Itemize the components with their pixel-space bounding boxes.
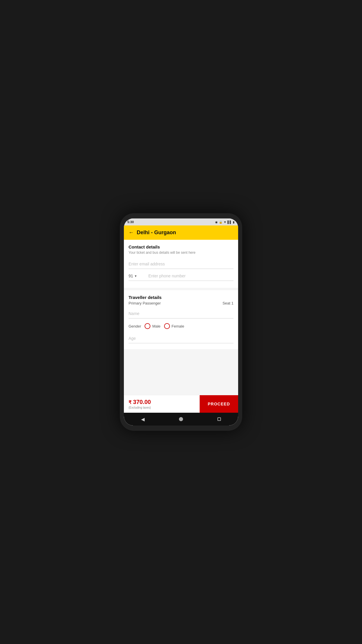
content-spacer <box>124 349 238 395</box>
name-input[interactable] <box>129 309 233 318</box>
nav-recents-button[interactable] <box>215 414 224 424</box>
contact-section-subtitle: Your ticket and bus details will be sent… <box>129 251 233 255</box>
price-value: 370.00 <box>133 399 151 405</box>
status-icons: ◉ 🔒 ▼ ▌▌ ▮ <box>215 220 235 224</box>
male-label: Male <box>152 324 160 328</box>
passenger-row: Primary Passenger Seat 1 <box>129 301 233 305</box>
price-note: (Excluding taxes) <box>129 406 195 409</box>
wifi-icon: ▼ <box>224 220 226 224</box>
nav-home-button[interactable] <box>176 414 186 424</box>
traveller-section: Traveller details Primary Passenger Seat… <box>124 290 238 349</box>
phone-frame: 5:30 ◉ 🔒 ▼ ▌▌ ▮ ← Delhi - Gurgaon Contac… <box>120 213 242 431</box>
price-amount: ₹ 370.00 <box>129 399 195 405</box>
phone-screen: 5:30 ◉ 🔒 ▼ ▌▌ ▮ ← Delhi - Gurgaon Contac… <box>124 218 238 426</box>
section-divider <box>124 288 238 290</box>
nav-bar: ◀ <box>124 413 238 426</box>
contact-section-title: Contact details <box>129 244 233 249</box>
email-input[interactable] <box>129 259 233 269</box>
main-content: Contact details Your ticket and bus deta… <box>124 240 238 413</box>
age-input[interactable] <box>129 334 233 343</box>
female-radio-inner <box>166 325 168 327</box>
status-bar: 5:30 ◉ 🔒 ▼ ▌▌ ▮ <box>124 218 238 225</box>
contact-section: Contact details Your ticket and bus deta… <box>124 240 238 288</box>
price-section: ₹ 370.00 (Excluding taxes) <box>124 395 200 413</box>
male-radio-circle[interactable] <box>145 323 150 329</box>
passenger-label: Primary Passenger <box>129 301 161 305</box>
dropdown-arrow-icon: ▼ <box>134 274 137 278</box>
country-code-value: 91 <box>129 274 133 278</box>
gender-label: Gender <box>129 324 141 328</box>
nav-square-icon <box>217 417 221 421</box>
bottom-bar: ₹ 370.00 (Excluding taxes) PROCEED <box>124 395 238 413</box>
status-time: 5:30 <box>127 220 134 224</box>
phone-input[interactable] <box>148 274 233 278</box>
traveller-section-title: Traveller details <box>129 295 233 300</box>
app-header: ← Delhi - Gurgaon <box>124 225 238 240</box>
lock-status-icon: 🔒 <box>219 220 222 224</box>
female-label: Female <box>172 324 184 328</box>
female-radio-circle[interactable] <box>164 323 170 329</box>
proceed-button[interactable]: PROCEED <box>200 395 238 413</box>
rupee-symbol: ₹ <box>129 400 131 405</box>
female-radio-option[interactable]: Female <box>164 323 184 329</box>
signal-icon: ▌▌ <box>228 220 232 224</box>
country-code-selector[interactable]: 91 ▼ <box>129 274 146 278</box>
seat-label: Seat <box>222 301 230 305</box>
phone-row: 91 ▼ <box>129 274 233 281</box>
nav-home-icon <box>179 417 183 421</box>
header-title: Delhi - Gurgaon <box>137 230 176 236</box>
back-button[interactable]: ← <box>129 230 134 236</box>
nav-back-button[interactable]: ◀ <box>138 414 147 424</box>
battery-icon: ▮ <box>233 220 235 224</box>
gender-row: Gender Male Female <box>129 323 233 329</box>
male-radio-option[interactable]: Male <box>145 323 160 329</box>
circle-status-icon: ◉ <box>215 220 218 224</box>
male-radio-inner <box>146 325 149 327</box>
seat-info: Seat 1 <box>222 301 233 305</box>
seat-number: 1 <box>231 301 233 305</box>
